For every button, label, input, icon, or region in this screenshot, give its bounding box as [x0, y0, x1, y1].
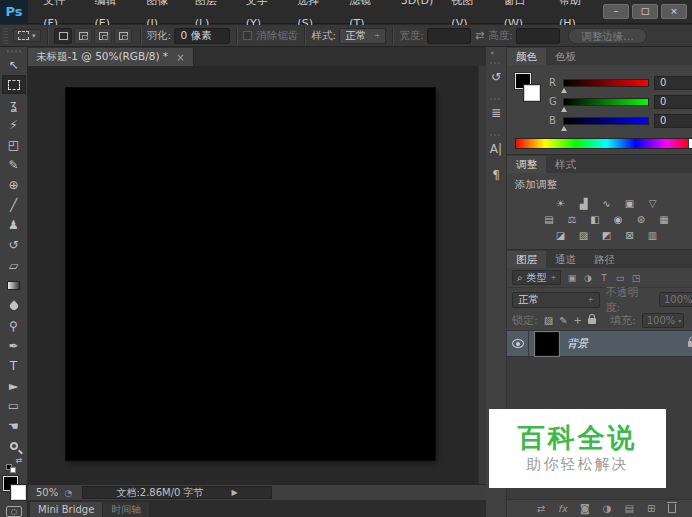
zoom-level-field[interactable]: 50% [28, 487, 64, 498]
move-tool[interactable]: ↖ [2, 55, 26, 74]
background-color-swatch[interactable] [524, 85, 540, 101]
tab-mini-bridge[interactable]: Mini Bridge [30, 502, 102, 517]
filter-smart-object-icon[interactable]: ◳ [630, 273, 641, 283]
exposure-icon[interactable]: ▣ [622, 197, 638, 210]
expand-dock-icon[interactable]: « [490, 49, 494, 57]
options-gripper[interactable] [3, 28, 8, 44]
dodge-tool[interactable]: ⚲ [2, 316, 26, 335]
lock-pixels-icon[interactable]: ✎ [559, 315, 567, 326]
history-panel-icon[interactable]: ↺ [486, 67, 506, 87]
new-group-icon[interactable]: ▤ [624, 503, 633, 514]
vertical-scrollbar[interactable] [478, 66, 486, 484]
quick-mask-button[interactable] [6, 506, 22, 517]
antialias-checkbox[interactable] [243, 31, 252, 40]
rectangle-tool[interactable]: ▭ [2, 396, 26, 415]
add-to-selection-button[interactable] [74, 28, 92, 44]
maximize-button[interactable]: □ [632, 4, 658, 19]
filter-pixel-layers-icon[interactable]: ▣ [566, 273, 577, 283]
tool-preset-picker[interactable]: ▾ [13, 29, 41, 42]
visibility-toggle[interactable] [507, 331, 529, 356]
canvas-document[interactable] [66, 88, 435, 460]
toolbox-gripper[interactable] [7, 50, 21, 53]
slider-thumb[interactable] [561, 126, 567, 131]
dock-gripper[interactable] [490, 134, 502, 136]
hand-tool[interactable]: ☚ [2, 416, 26, 435]
zoom-tool[interactable] [2, 437, 26, 456]
selective-color-icon[interactable]: ⊠ [622, 229, 638, 242]
document-tab[interactable]: 未标题-1 @ 50%(RGB/8) * × [28, 48, 194, 66]
tab-swatches[interactable]: 色板 [546, 48, 585, 65]
curves-icon[interactable]: ∿ [599, 197, 615, 210]
status-arrow-icon[interactable]: ▶ [232, 488, 238, 497]
eyedropper-tool[interactable]: ✎ [2, 156, 26, 175]
height-input[interactable] [516, 28, 560, 44]
filter-type-layers-icon[interactable]: T [598, 273, 609, 283]
type-tool[interactable]: T [2, 356, 26, 375]
lock-all-icon[interactable] [588, 318, 596, 324]
photo-filter-icon[interactable]: ◉ [610, 213, 626, 226]
blur-tool[interactable] [2, 296, 26, 315]
opacity-field[interactable]: 100% ▾ [659, 292, 692, 307]
eraser-tool[interactable]: ▱ [2, 256, 26, 275]
gradient-map-icon[interactable]: ▥ [645, 229, 661, 242]
red-channel-value[interactable]: 0 [654, 76, 692, 90]
refine-edge-button[interactable]: 调整边缘… [568, 28, 647, 44]
rectangular-marquee-tool[interactable] [2, 75, 26, 94]
pen-tool[interactable]: ✒ [2, 336, 26, 355]
lasso-tool[interactable]: ʓ [2, 95, 26, 114]
red-channel-slider[interactable] [563, 79, 649, 87]
style-select[interactable]: 正常 ÷ [339, 28, 386, 44]
link-dimensions-icon[interactable]: ⇄ [475, 29, 484, 42]
green-channel-value[interactable]: 0 [654, 95, 692, 109]
background-color-swatch[interactable] [11, 485, 26, 500]
document-info-field[interactable]: 文档:2.86M/0 字节 ▶ [82, 486, 272, 499]
blue-channel-value[interactable]: 0 [654, 114, 692, 128]
black-white-icon[interactable]: ◧ [587, 213, 603, 226]
filter-adjustment-layers-icon[interactable]: ◑ [582, 273, 593, 283]
layer-row-background[interactable]: 背景 [507, 331, 692, 357]
posterize-icon[interactable]: ▨ [576, 229, 592, 242]
layer-thumbnail[interactable] [535, 332, 559, 356]
new-selection-button[interactable] [54, 28, 72, 44]
dock-gripper[interactable] [490, 98, 502, 100]
tab-channels[interactable]: 通道 [546, 251, 585, 268]
gradient-tool[interactable] [2, 276, 26, 295]
healing-brush-tool[interactable]: ⊕ [2, 176, 26, 195]
hue-saturation-icon[interactable]: ▤ [541, 213, 557, 226]
minimize-button[interactable]: – [603, 4, 629, 19]
layer-name[interactable]: 背景 [567, 337, 588, 351]
path-selection-tool[interactable]: ► [2, 376, 26, 395]
document-close-icon[interactable]: × [176, 52, 184, 63]
tab-timeline[interactable]: 时间轴 [103, 502, 149, 517]
brush-tool[interactable]: ╱ [2, 196, 26, 215]
link-layers-icon[interactable]: ⇄ [537, 503, 545, 514]
tab-styles[interactable]: 样式 [546, 156, 585, 173]
white-color-chip[interactable] [688, 139, 692, 148]
lock-position-icon[interactable]: + [574, 315, 582, 326]
feather-input[interactable]: 0 像素 [174, 28, 230, 44]
blend-mode-select[interactable]: 正常 ÷ [512, 292, 600, 308]
clone-stamp-tool[interactable]: ♟ [2, 216, 26, 235]
layer-style-icon[interactable]: fx [558, 503, 567, 514]
color-spectrum-ramp[interactable] [515, 138, 692, 149]
vibrance-icon[interactable]: ▽ [645, 197, 661, 210]
brightness-contrast-icon[interactable]: ☀ [553, 197, 569, 210]
filter-shape-layers-icon[interactable]: ▭ [614, 273, 625, 283]
character-panel-icon[interactable]: A| [486, 139, 506, 159]
lock-transparency-icon[interactable]: ▨ [544, 315, 553, 326]
add-layer-mask-icon[interactable]: ◙ [580, 503, 590, 514]
tab-layers[interactable]: 图层 [507, 251, 546, 268]
tab-paths[interactable]: 路径 [585, 251, 624, 268]
green-channel-slider[interactable] [563, 98, 649, 106]
tab-adjustments[interactable]: 调整 [507, 156, 546, 173]
crop-tool[interactable]: ◰ [2, 136, 26, 155]
intersect-selection-button[interactable] [114, 28, 132, 44]
subtract-from-selection-button[interactable] [94, 28, 112, 44]
quick-selection-tool[interactable]: ⚡ [2, 116, 26, 135]
layer-filter-type-select[interactable]: ⌕ 类型 ÷ [512, 270, 561, 285]
channel-mixer-icon[interactable]: ⊛ [633, 213, 649, 226]
new-adjustment-layer-icon[interactable]: ◑ [603, 503, 612, 514]
history-brush-tool[interactable]: ↺ [2, 236, 26, 255]
color-balance-icon[interactable]: ⚖ [564, 213, 580, 226]
close-button[interactable]: × [661, 4, 687, 19]
